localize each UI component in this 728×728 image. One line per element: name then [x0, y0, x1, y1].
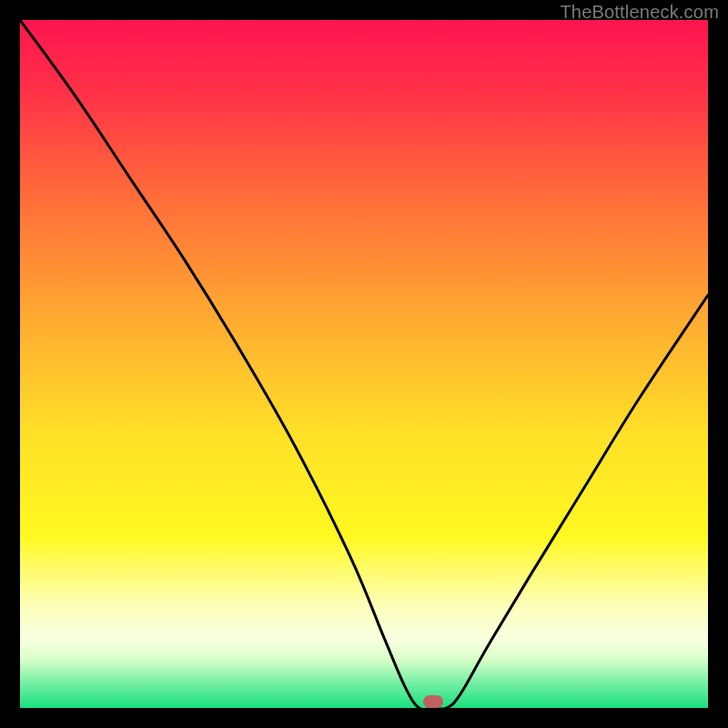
chart-frame: TheBottleneck.com [0, 0, 728, 728]
watermark: TheBottleneck.com [560, 2, 719, 23]
optimal-marker [423, 695, 443, 708]
plot-area [20, 20, 708, 708]
bottleneck-curve [20, 20, 708, 708]
